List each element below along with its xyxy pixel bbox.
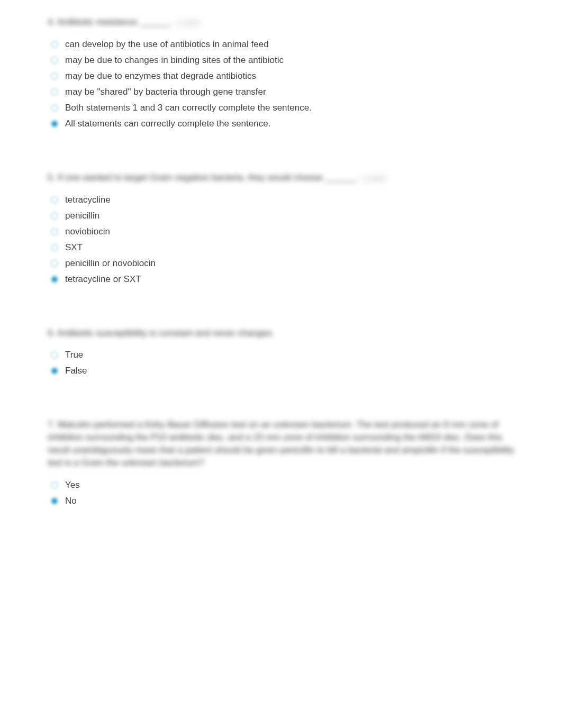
radio-icon xyxy=(50,243,59,252)
question-5-option-1-label: penicillin xyxy=(65,211,99,221)
question-4-number: 4 xyxy=(48,17,52,27)
question-6-option-1-label: False xyxy=(65,366,87,376)
question-5-option-5-label: tetracycline or SXT xyxy=(65,274,141,285)
radio-icon xyxy=(50,367,59,375)
radio-icon xyxy=(50,497,59,505)
question-4-option-4[interactable]: Both statements 1 and 3 can correctly co… xyxy=(50,103,514,113)
question-7-number: 7 xyxy=(48,420,52,430)
radio-icon xyxy=(50,351,59,359)
radio-icon xyxy=(50,40,59,49)
question-5-text: If one wanted to target Gram negative ba… xyxy=(58,172,358,183)
question-7-option-1[interactable]: No xyxy=(50,496,514,506)
question-4-text: Antibiotic resistance ______. xyxy=(57,17,172,27)
radio-icon xyxy=(50,120,59,128)
question-5-option-2-label: noviobiocin xyxy=(65,226,110,237)
question-7-option-0-label: Yes xyxy=(65,480,80,490)
question-4-option-2[interactable]: may be due to enzymes that degrade antib… xyxy=(50,71,514,81)
radio-icon xyxy=(50,481,59,489)
question-4-points: (1 point) xyxy=(177,19,200,26)
radio-icon xyxy=(50,212,59,220)
question-5-option-3-label: SXT xyxy=(65,242,83,253)
question-4-option-1-label: may be due to changes in binding sites o… xyxy=(65,55,284,66)
question-7-option-0[interactable]: Yes xyxy=(50,480,514,490)
question-4-option-0-label: can develop by the use of antibiotics in… xyxy=(65,39,269,50)
question-4-option-0[interactable]: can develop by the use of antibiotics in… xyxy=(50,39,514,50)
question-5-option-0[interactable]: tetracycline xyxy=(50,195,514,205)
question-4-option-3-label: may be "shared" by bacteria through gene… xyxy=(65,87,266,97)
question-6-number: 6 xyxy=(48,328,52,338)
radio-icon xyxy=(50,228,59,236)
question-5-option-4-label: penicillin or novobiocin xyxy=(65,258,156,269)
question-6-option-0[interactable]: True xyxy=(50,350,514,360)
radio-icon xyxy=(50,196,59,204)
question-7-text: Malcolm performed a Kirby Bauer Diffusio… xyxy=(48,420,514,467)
radio-icon xyxy=(50,56,59,65)
question-4-option-1[interactable]: may be due to changes in binding sites o… xyxy=(50,55,514,66)
radio-icon xyxy=(50,104,59,112)
question-4-option-5[interactable]: All statements can correctly complete th… xyxy=(50,119,514,129)
radio-icon xyxy=(50,275,59,284)
radio-icon xyxy=(50,88,59,96)
question-4-option-5-label: All statements can correctly complete th… xyxy=(65,119,270,129)
question-5-option-4[interactable]: penicillin or novobiocin xyxy=(50,258,514,269)
question-4-option-3[interactable]: may be "shared" by bacteria through gene… xyxy=(50,87,514,97)
question-6-option-0-label: True xyxy=(65,350,83,360)
question-5-points: (1 point) xyxy=(362,175,386,182)
question-5-option-3[interactable]: SXT xyxy=(50,242,514,253)
radio-icon xyxy=(50,259,59,268)
question-5-option-0-label: tetracycline xyxy=(65,195,111,205)
question-4-option-2-label: may be due to enzymes that degrade antib… xyxy=(65,71,256,81)
question-6-option-1[interactable]: False xyxy=(50,366,514,376)
radio-icon xyxy=(50,72,59,80)
question-5-option-1[interactable]: penicillin xyxy=(50,211,514,221)
question-5-number: 5 xyxy=(48,172,52,183)
question-7-option-1-label: No xyxy=(65,496,77,506)
question-5-option-2[interactable]: noviobiocin xyxy=(50,226,514,237)
question-6-text: Antibiotic susceptibility is constant an… xyxy=(57,328,274,338)
question-5-option-5[interactable]: tetracycline or SXT xyxy=(50,274,514,285)
question-4-option-4-label: Both statements 1 and 3 can correctly co… xyxy=(65,103,312,113)
